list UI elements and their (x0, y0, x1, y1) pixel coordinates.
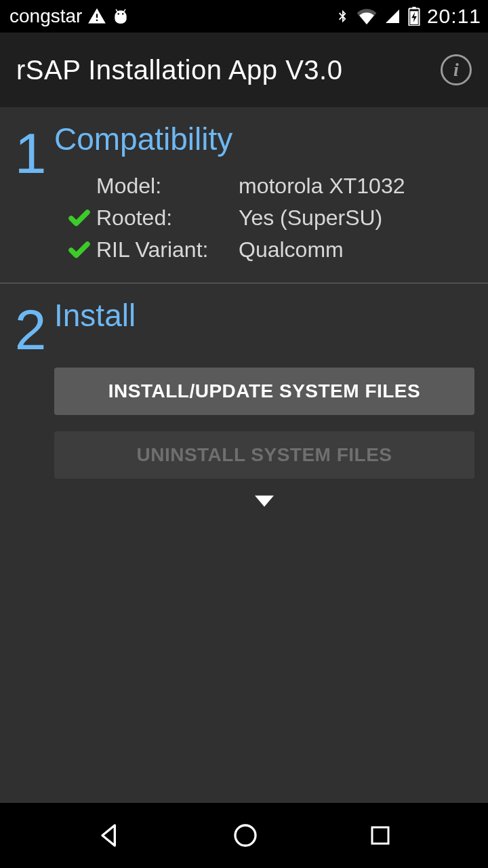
ril-label: RIL Variant: (96, 237, 239, 262)
svg-rect-1 (412, 7, 415, 9)
app-title: rSAP Installation App V3.0 (16, 55, 342, 85)
android-status-bar: congstar 20:11 (0, 0, 488, 33)
section-install: 2 Install INSTALL/UPDATE SYSTEM FILES UN… (0, 283, 488, 532)
android-nav-bar (0, 803, 488, 868)
section-title-compatibility: Compatibility (54, 121, 474, 157)
step-number-2: 2 (7, 297, 54, 512)
battery-charging-icon (408, 7, 420, 26)
ril-value: Qualcomm (239, 237, 474, 262)
model-label: Model: (96, 174, 239, 199)
svg-rect-4 (372, 827, 388, 844)
compatibility-table: Model: motorola XT1032 Rooted: Yes (Supe… (54, 174, 474, 262)
app-bar: rSAP Installation App V3.0 i (0, 33, 488, 107)
nav-recents-button[interactable] (368, 823, 392, 848)
check-icon (62, 206, 96, 231)
svg-point-3 (235, 825, 256, 846)
section-compatibility: 1 Compatibility Model: motorola XT1032 R… (0, 107, 488, 283)
rooted-value: Yes (SuperSU) (239, 205, 474, 231)
bluetooth-icon (335, 7, 350, 25)
status-clock: 20:11 (427, 5, 481, 28)
debug-icon (112, 7, 129, 25)
step-number-1: 1 (7, 121, 54, 262)
cell-signal-icon (384, 8, 401, 24)
install-update-button[interactable]: INSTALL/UPDATE SYSTEM FILES (54, 368, 474, 415)
nav-back-button[interactable] (96, 822, 123, 849)
main-content: 1 Compatibility Model: motorola XT1032 R… (0, 107, 488, 803)
expand-caret-icon[interactable] (54, 491, 474, 512)
section-title-install: Install (54, 297, 474, 334)
model-value: motorola XT1032 (239, 174, 474, 199)
warning-icon (87, 7, 106, 26)
uninstall-button: UNINSTALL SYSTEM FILES (54, 431, 474, 479)
carrier-label: congstar (9, 5, 82, 27)
rooted-label: Rooted: (96, 205, 239, 231)
nav-home-button[interactable] (232, 822, 259, 849)
wifi-icon (357, 8, 377, 24)
info-icon[interactable]: i (441, 54, 472, 85)
check-icon (62, 238, 96, 262)
